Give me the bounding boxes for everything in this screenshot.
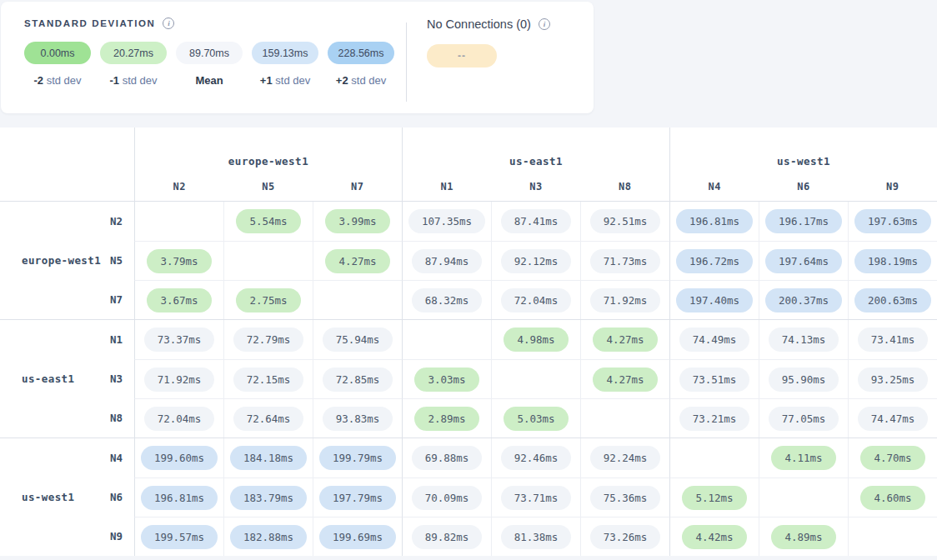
legend-chip: 20.27ms — [100, 42, 167, 64]
latency-cell-high[interactable]: 197.63ms — [854, 209, 931, 233]
latency-cell-mid[interactable]: 72.04ms — [144, 407, 215, 431]
matrix-cell: 5.03ms — [491, 398, 580, 438]
latency-cell-mid[interactable]: 95.90ms — [769, 368, 839, 392]
latency-cell-high[interactable]: 197.79ms — [319, 486, 396, 510]
latency-cell-high[interactable]: 197.64ms — [765, 249, 842, 273]
latency-matrix: europe-west1N2N5N7us-east1N1N3N8us-west1… — [0, 128, 937, 556]
latency-cell-high[interactable]: 199.69ms — [319, 525, 396, 549]
latency-cell-low[interactable]: 4.70ms — [860, 446, 924, 470]
latency-cell-high[interactable]: 196.81ms — [141, 486, 218, 510]
latency-cell-low[interactable]: 4.98ms — [504, 328, 568, 352]
latency-cell-low[interactable]: 4.11ms — [771, 446, 835, 470]
latency-cell-high[interactable]: 184.18ms — [230, 446, 307, 470]
matrix-cell: 184.18ms — [223, 438, 313, 478]
matrix-cell: 71.92ms — [580, 280, 669, 319]
latency-cell-mid[interactable]: 71.92ms — [144, 368, 215, 392]
latency-cell-mid[interactable]: 72.85ms — [323, 368, 393, 392]
matrix-cell: 72.04ms — [491, 280, 580, 319]
matrix-cell-self — [848, 517, 937, 556]
latency-cell-mid[interactable]: 93.83ms — [323, 407, 393, 431]
latency-cell-mid[interactable]: 72.04ms — [501, 288, 572, 312]
matrix-cell: 3.99ms — [313, 202, 402, 241]
latency-cell-high[interactable]: 199.57ms — [141, 525, 218, 549]
latency-cell-high[interactable]: 199.79ms — [319, 446, 396, 470]
column-node-label: N9 — [848, 181, 937, 192]
latency-cell-low[interactable]: 2.75ms — [236, 288, 300, 312]
latency-cell-mid[interactable]: 73.37ms — [144, 328, 215, 352]
latency-cell-high[interactable]: 196.81ms — [676, 209, 753, 233]
matrix-cell: 69.88ms — [402, 438, 491, 478]
latency-cell-high[interactable]: 200.37ms — [765, 288, 842, 312]
latency-cell-mid[interactable]: 93.25ms — [858, 368, 929, 392]
latency-cell-low[interactable]: 4.60ms — [860, 486, 924, 510]
std-deviation-info-icon[interactable]: i — [163, 18, 174, 29]
latency-cell-mid[interactable]: 87.41ms — [501, 209, 572, 233]
latency-cell-mid[interactable]: 92.24ms — [590, 446, 661, 470]
latency-cell-high[interactable]: 196.17ms — [765, 209, 842, 233]
column-node-label: N8 — [580, 181, 669, 192]
latency-cell-mid[interactable]: 73.71ms — [501, 486, 572, 510]
matrix-cell: 2.75ms — [223, 280, 313, 319]
latency-cell-low[interactable]: 2.89ms — [414, 407, 479, 431]
latency-cell-mid[interactable]: 92.12ms — [501, 249, 572, 273]
latency-cell-low[interactable]: 5.03ms — [504, 407, 568, 431]
legend-chip-label: -2 std dev — [33, 74, 81, 87]
latency-cell-mid[interactable]: 73.21ms — [679, 407, 750, 431]
latency-cell-high[interactable]: 198.19ms — [854, 249, 931, 273]
row-node-label: N3 — [0, 359, 134, 398]
latency-cell-mid[interactable]: 68.32ms — [412, 288, 483, 312]
latency-cell-high[interactable]: 183.79ms — [230, 486, 307, 510]
latency-cell-low[interactable]: 4.27ms — [593, 328, 657, 352]
latency-cell-low[interactable]: 4.27ms — [325, 249, 389, 273]
latency-cell-mid[interactable]: 73.26ms — [590, 525, 661, 549]
matrix-cell: 74.47ms — [848, 398, 937, 438]
latency-cell-high[interactable]: 196.72ms — [676, 249, 753, 273]
latency-cell-low[interactable]: 3.79ms — [147, 249, 211, 273]
matrix-cell: 92.24ms — [580, 438, 669, 478]
column-node-label: N7 — [313, 181, 402, 192]
latency-cell-mid[interactable]: 92.46ms — [501, 446, 572, 470]
matrix-cell: 68.32ms — [402, 280, 491, 319]
latency-cell-mid[interactable]: 72.79ms — [233, 328, 304, 352]
latency-cell-mid[interactable]: 87.94ms — [412, 249, 483, 273]
latency-cell-low[interactable]: 3.99ms — [325, 209, 389, 233]
latency-cell-high[interactable]: 199.60ms — [141, 446, 218, 470]
latency-cell-mid[interactable]: 75.94ms — [323, 328, 393, 352]
latency-cell-mid[interactable]: 89.82ms — [412, 525, 483, 549]
std-deviation-title: STANDARD DEVIATION — [24, 18, 155, 28]
latency-cell-mid[interactable]: 74.49ms — [679, 328, 750, 352]
latency-cell-mid[interactable]: 73.51ms — [679, 368, 750, 392]
latency-cell-high[interactable]: 200.63ms — [854, 288, 931, 312]
latency-cell-mid[interactable]: 81.38ms — [501, 525, 572, 549]
row-node-label: N4 — [0, 438, 134, 478]
latency-cell-mid[interactable]: 107.35ms — [408, 209, 485, 233]
latency-cell-mid[interactable]: 74.47ms — [858, 407, 929, 431]
column-group-europe-west1: europe-west1N2N5N7 — [134, 128, 402, 201]
latency-cell-high[interactable]: 182.88ms — [230, 525, 307, 549]
latency-cell-high[interactable]: 197.40ms — [676, 288, 753, 312]
latency-cell-mid[interactable]: 72.15ms — [233, 368, 304, 392]
latency-cell-mid[interactable]: 77.05ms — [769, 407, 839, 431]
latency-cell-mid[interactable]: 69.88ms — [412, 446, 483, 470]
latency-cell-mid[interactable]: 92.51ms — [590, 209, 661, 233]
latency-cell-mid[interactable]: 70.09ms — [412, 486, 483, 510]
std-deviation-section: STANDARD DEVIATION i 0.00ms -2 std dev 2… — [1, 2, 406, 113]
latency-cell-low[interactable]: 5.54ms — [236, 209, 300, 233]
latency-cell-low[interactable]: 5.12ms — [682, 486, 746, 510]
latency-cell-low[interactable]: 4.27ms — [593, 368, 657, 392]
latency-cell-mid[interactable]: 75.36ms — [590, 486, 661, 510]
row-node-label: N2 — [0, 202, 134, 241]
latency-cell-mid[interactable]: 71.73ms — [590, 249, 661, 273]
latency-cell-low[interactable]: 3.67ms — [147, 288, 211, 312]
latency-cell-mid[interactable]: 74.13ms — [769, 328, 839, 352]
latency-cell-low[interactable]: 4.89ms — [771, 525, 835, 549]
matrix-cell: 4.11ms — [759, 438, 848, 478]
latency-cell-low[interactable]: 3.03ms — [414, 368, 479, 392]
matrix-cell: 199.60ms — [134, 438, 223, 478]
latency-cell-mid[interactable]: 72.64ms — [233, 407, 304, 431]
no-connections-info-icon[interactable]: i — [539, 18, 550, 30]
latency-cell-low[interactable]: 4.42ms — [682, 525, 746, 549]
latency-cell-mid[interactable]: 73.41ms — [858, 328, 929, 352]
latency-cell-mid[interactable]: 71.92ms — [590, 288, 661, 312]
matrix-cell: 3.79ms — [134, 241, 223, 280]
